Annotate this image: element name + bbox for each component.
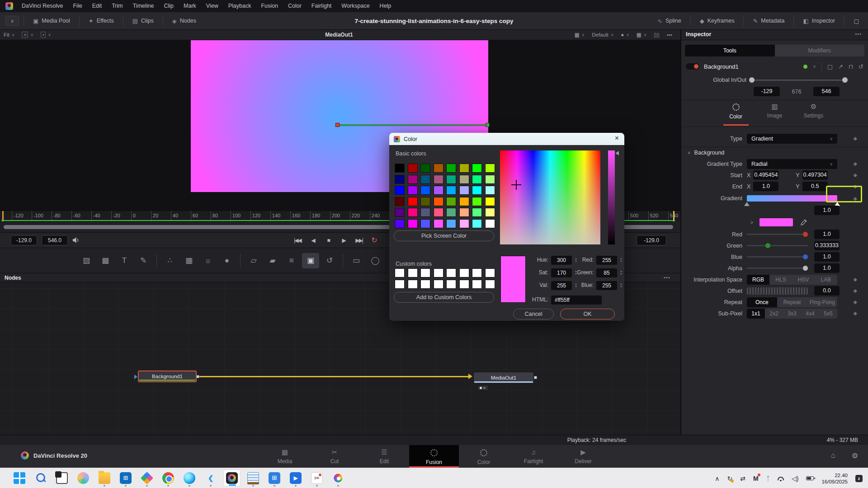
- menu-fusion[interactable]: Fusion: [256, 0, 283, 12]
- davinci-logo-icon[interactable]: [5, 2, 13, 10]
- basic-color-swatch[interactable]: [395, 208, 405, 217]
- viewer-view-dropdown[interactable]: ▪ ∨: [37, 32, 55, 38]
- custom-color-swatch[interactable]: [434, 268, 443, 277]
- keyframe-diamond-icon[interactable]: ◆: [854, 172, 857, 178]
- page-deliver[interactable]: ▶Deliver: [558, 445, 608, 468]
- end-y-field[interactable]: 0.5: [802, 182, 828, 191]
- tray-expand-icon[interactable]: ∧: [715, 475, 719, 482]
- nodes-button[interactable]: ◈Nodes: [168, 14, 201, 28]
- green-slider-handle[interactable]: [765, 243, 770, 248]
- stop-button[interactable]: ■: [322, 235, 334, 245]
- basic-color-swatch[interactable]: [420, 164, 430, 173]
- custom-color-swatch[interactable]: [446, 268, 456, 277]
- taskbar-clock[interactable]: 22.40 16/09/2025: [821, 472, 848, 485]
- basic-color-swatch[interactable]: [485, 208, 495, 217]
- page-fusion[interactable]: Fusion: [409, 445, 459, 468]
- battery-icon[interactable]: [806, 476, 814, 480]
- basic-color-swatch[interactable]: [434, 219, 443, 228]
- basic-color-swatch[interactable]: [472, 219, 482, 228]
- taskbar-search-icon[interactable]: [32, 469, 49, 487]
- keyframe-diamond-icon[interactable]: ◆: [854, 161, 857, 167]
- menu-help[interactable]: Help: [375, 0, 396, 12]
- basic-color-swatch[interactable]: [459, 164, 469, 173]
- inspector-options-menu[interactable]: •••: [855, 31, 862, 37]
- hue-field[interactable]: 300: [551, 256, 572, 265]
- global-in-field[interactable]: -129: [754, 87, 780, 96]
- close-icon[interactable]: ×: [615, 134, 619, 142]
- ok-button[interactable]: OK: [560, 309, 615, 319]
- basic-color-swatch[interactable]: [408, 164, 418, 173]
- taskbar-task-view-icon[interactable]: [53, 469, 71, 487]
- repeat-repeat[interactable]: Repeat: [777, 297, 807, 307]
- effects-button[interactable]: ✦Effects: [84, 14, 118, 28]
- spinner-arrows-icon[interactable]: ▴▾: [574, 257, 578, 263]
- basic-color-swatch[interactable]: [459, 186, 469, 195]
- basic-color-swatch[interactable]: [485, 186, 495, 195]
- metadata-button[interactable]: ✎Metadata: [748, 14, 789, 28]
- spline-button[interactable]: ∿Spline: [653, 14, 686, 28]
- background-section-header[interactable]: ∨ Background: [681, 147, 868, 158]
- blue-value-field[interactable]: 1.0: [814, 252, 840, 262]
- taskbar-resolve-icon[interactable]: [223, 469, 241, 487]
- custom-color-swatch[interactable]: [395, 280, 405, 289]
- add-to-custom-colors-button[interactable]: Add to Custom Colors: [394, 292, 494, 303]
- green-field[interactable]: 85: [596, 268, 617, 277]
- basic-color-swatch[interactable]: [472, 208, 482, 217]
- subpixel-1x1[interactable]: 1x1: [747, 309, 765, 319]
- red-value-field[interactable]: 1.0: [814, 230, 840, 239]
- basic-color-swatch[interactable]: [395, 186, 405, 195]
- tool-blur-icon[interactable]: ●: [218, 253, 236, 268]
- tool-media-in-icon[interactable]: ▣: [302, 253, 319, 268]
- node-background1[interactable]: Background1: [138, 371, 197, 382]
- basic-color-swatch[interactable]: [395, 175, 405, 184]
- go-to-last-button[interactable]: ▶▶|: [353, 235, 365, 245]
- page-color[interactable]: Color: [459, 445, 509, 468]
- basic-color-swatch[interactable]: [446, 186, 456, 195]
- menu-workspace[interactable]: Workspace: [336, 0, 374, 12]
- custom-color-swatch[interactable]: [420, 268, 430, 277]
- global-out-handle[interactable]: [842, 77, 848, 83]
- offset-dial[interactable]: [747, 287, 808, 295]
- tool-transform-icon[interactable]: ▱: [245, 253, 262, 268]
- taskbar-paint-icon[interactable]: [330, 469, 347, 487]
- reset-icon[interactable]: ↺: [859, 63, 863, 70]
- viewer-region-dropdown[interactable]: ▩ ∨: [571, 32, 588, 38]
- stop-position-field[interactable]: 1.0: [814, 206, 840, 215]
- tool-paint-icon[interactable]: ✎: [135, 253, 152, 268]
- nodes-options-menu[interactable]: •••: [664, 275, 670, 280]
- taskbar-vscode-icon[interactable]: ❮: [202, 469, 219, 487]
- hue-saturation-map[interactable]: [500, 150, 600, 244]
- basic-color-swatch[interactable]: [485, 219, 495, 228]
- menu-davinci-resolve[interactable]: DaVinci Resolve: [17, 0, 68, 12]
- page-fairlight[interactable]: ♫Fairlight: [509, 445, 558, 468]
- basic-color-swatch[interactable]: [459, 219, 469, 228]
- subpixel-4x4[interactable]: 4x4: [801, 309, 819, 319]
- viewer-zoom-dropdown[interactable]: Fit ∨: [0, 32, 18, 38]
- taskbar-chrome-icon[interactable]: [160, 469, 177, 487]
- taskbar-start-icon[interactable]: [11, 469, 28, 487]
- keyframe-diamond-icon[interactable]: ◆: [854, 299, 857, 305]
- basic-color-swatch[interactable]: [434, 164, 443, 173]
- start-y-field[interactable]: 0.497304: [802, 170, 828, 180]
- basic-color-swatch[interactable]: [446, 175, 456, 184]
- custom-color-swatch[interactable]: [446, 280, 456, 289]
- gradient-end-control-line[interactable]: [338, 125, 488, 126]
- gradient-end-handle[interactable]: [486, 123, 490, 127]
- pin-icon[interactable]: ↗: [838, 63, 843, 70]
- green-slider[interactable]: [747, 245, 808, 246]
- basic-color-swatch[interactable]: [472, 175, 482, 184]
- viewer-grid-dropdown[interactable]: ▦ ∨: [633, 32, 650, 38]
- inspector-button[interactable]: ◧Inspector: [798, 14, 840, 28]
- current-frame-field[interactable]: -129.0: [637, 235, 666, 245]
- tab-tools[interactable]: Tools: [685, 45, 775, 56]
- gradient-start-handle[interactable]: [335, 123, 340, 127]
- basic-color-swatch[interactable]: [434, 186, 443, 195]
- tool-rectangle-mask-icon[interactable]: ▭: [348, 253, 365, 268]
- keyframe-diamond-icon[interactable]: ◆: [854, 277, 857, 282]
- basic-color-swatch[interactable]: [408, 175, 418, 184]
- interp-rgb[interactable]: RGB: [747, 275, 769, 285]
- keyframe-diamond-icon[interactable]: ◆: [854, 136, 857, 141]
- repeat-once[interactable]: Once: [747, 297, 777, 307]
- custom-color-swatch[interactable]: [459, 280, 469, 289]
- subpixel-5x5[interactable]: 5x5: [819, 309, 837, 319]
